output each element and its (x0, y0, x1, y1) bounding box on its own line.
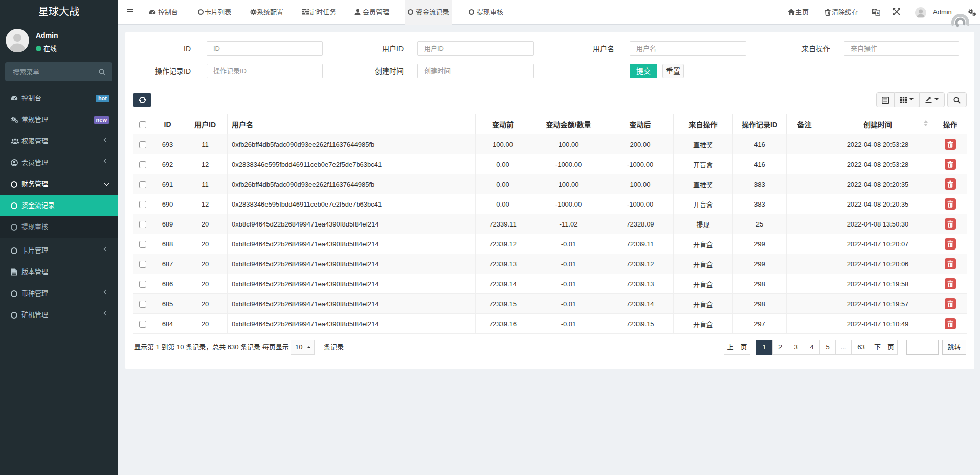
svg-text:A: A (876, 11, 879, 15)
